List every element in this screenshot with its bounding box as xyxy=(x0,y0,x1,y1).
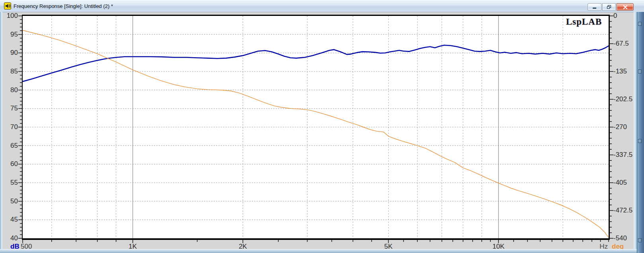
y-left-tick-label: 70 xyxy=(2,123,18,131)
brand-logo: LspLAB xyxy=(548,17,602,27)
close-icon xyxy=(623,5,628,9)
strip-mark xyxy=(638,139,642,143)
window-border-bottom xyxy=(0,249,637,253)
restore-icon xyxy=(607,5,611,9)
y-left-tick-label: 95 xyxy=(2,31,18,39)
y-left-tick-label: 85 xyxy=(2,68,18,75)
y-left-tick-label: 55 xyxy=(2,179,18,187)
strip-mark xyxy=(638,238,642,242)
window-border-right xyxy=(634,12,637,249)
y-left-tick-label: 80 xyxy=(2,86,18,94)
restore-button[interactable] xyxy=(602,3,616,11)
y-left-tick-label: 40 xyxy=(2,234,18,242)
close-button[interactable] xyxy=(617,3,634,11)
y-left-tick-label: 45 xyxy=(2,216,18,224)
window-title: Frequency Response [Single]: Untitled (2… xyxy=(14,3,113,9)
y-left-tick-label: 75 xyxy=(2,104,18,112)
frequency-response-window: Frequency Response [Single]: Untitled (2… xyxy=(0,0,644,253)
y-left-tick-label: 90 xyxy=(2,49,18,57)
minimize-button[interactable] xyxy=(588,3,601,11)
y-left-tick-label: 100 xyxy=(2,12,18,20)
strip-mark xyxy=(638,22,642,26)
window-border-left xyxy=(0,12,2,249)
minimize-icon xyxy=(592,5,597,9)
y-left-tick-label: 50 xyxy=(2,197,18,205)
plot-area[interactable] xyxy=(22,15,610,240)
window-buttons xyxy=(588,3,634,11)
y-left-tick-label: 60 xyxy=(2,160,18,168)
background-window-strip[interactable] xyxy=(637,12,644,253)
strip-mark xyxy=(638,70,642,73)
window-titlebar[interactable]: Frequency Response [Single]: Untitled (2… xyxy=(0,0,644,12)
y-left-tick-label: 65 xyxy=(2,142,18,150)
speaker-icon xyxy=(4,2,11,10)
